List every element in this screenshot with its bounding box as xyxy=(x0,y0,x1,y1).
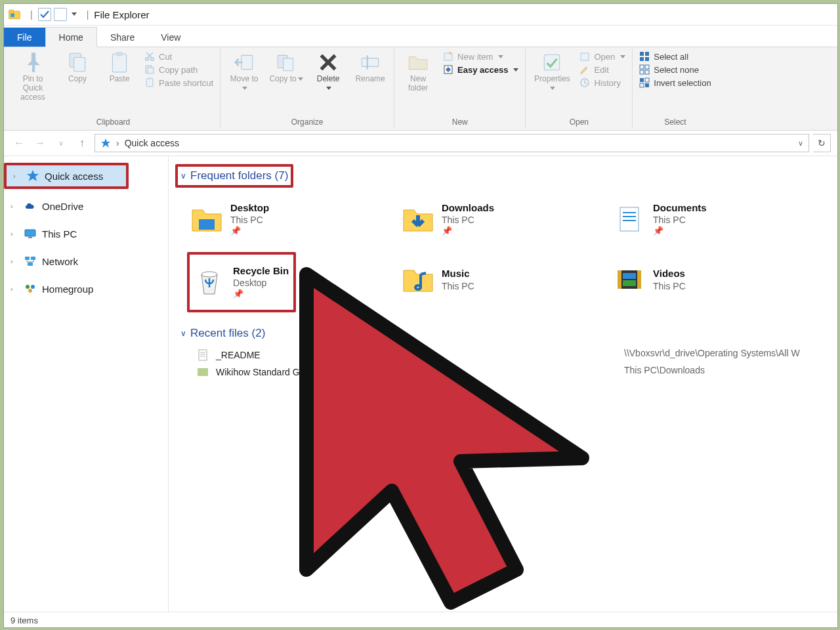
svg-rect-59 xyxy=(199,350,207,360)
delete-button[interactable]: Delete xyxy=(311,51,345,93)
expand-icon[interactable]: › xyxy=(10,257,18,265)
svg-rect-33 xyxy=(645,65,649,69)
svg-rect-57 xyxy=(623,273,636,279)
expand-icon[interactable]: › xyxy=(13,172,21,180)
frequent-folders-header[interactable]: ∨ Frequent folders (7) xyxy=(178,167,291,185)
qat-checkbox[interactable] xyxy=(38,8,51,21)
tile-documents[interactable]: Documents This PC 📌 xyxy=(610,192,818,247)
tile-music[interactable]: Music This PC xyxy=(398,252,607,307)
rename-icon xyxy=(359,51,381,74)
refresh-button[interactable]: ↻ xyxy=(813,134,831,152)
expand-icon[interactable]: › xyxy=(10,230,18,238)
tile-videos[interactable]: Videos This PC xyxy=(610,252,818,307)
cursor-overlay-icon xyxy=(280,261,648,628)
address-dropdown-icon[interactable]: ∨ xyxy=(798,139,803,148)
folder-downloads-icon xyxy=(401,202,435,236)
svg-rect-56 xyxy=(637,270,641,289)
easy-access-icon xyxy=(443,64,453,75)
tile-recycle-bin[interactable]: Recycle Bin Desktop 📌 xyxy=(187,252,296,312)
svg-point-45 xyxy=(26,285,30,289)
select-all-button[interactable]: Select all xyxy=(639,51,711,62)
nav-label: OneDrive xyxy=(42,201,83,212)
copy-button[interactable]: Copy xyxy=(60,51,94,84)
move-to-icon xyxy=(233,51,255,74)
copy-path-button[interactable]: Copy path xyxy=(144,64,213,75)
forward-button[interactable]: → xyxy=(32,135,49,152)
pin-icon: 📌 xyxy=(442,226,494,237)
folder-documents-icon xyxy=(612,202,646,236)
address-bar[interactable]: › Quick access ∨ xyxy=(94,134,809,152)
nav-label: This PC xyxy=(42,228,77,240)
recent-files-header[interactable]: ∨ Recent files (2) xyxy=(178,324,837,343)
nav-onedrive[interactable]: › OneDrive xyxy=(4,196,168,217)
group-name-clipboard: Clipboard xyxy=(13,116,213,129)
svg-rect-23 xyxy=(444,53,452,60)
new-folder-button[interactable]: New folder xyxy=(401,51,435,93)
svg-rect-41 xyxy=(28,237,32,238)
easy-access-label: Easy access xyxy=(457,65,508,75)
up-button[interactable]: ↑ xyxy=(74,135,91,152)
nav-network[interactable]: › Network xyxy=(4,251,168,272)
address-location: Quick access xyxy=(125,138,179,148)
nav-homegroup[interactable]: › Homegroup xyxy=(4,278,168,299)
properties-button[interactable]: Properties xyxy=(532,51,572,93)
tab-home[interactable]: Home xyxy=(45,27,97,47)
svg-point-53 xyxy=(201,272,217,277)
cut-button[interactable]: Cut xyxy=(144,51,213,62)
recent-locations-button[interactable]: ∨ xyxy=(52,135,70,152)
tab-view[interactable]: View xyxy=(148,28,194,47)
expand-icon[interactable]: › xyxy=(10,202,18,210)
pin-icon xyxy=(22,51,44,74)
copy-to-label: Copy to xyxy=(269,75,303,84)
new-folder-icon xyxy=(407,51,429,74)
history-icon xyxy=(579,77,590,88)
easy-access-button[interactable]: Easy access xyxy=(443,64,518,75)
rename-button[interactable]: Rename xyxy=(353,51,387,84)
move-to-button[interactable]: Move to xyxy=(227,51,261,93)
tile-location: This PC xyxy=(653,280,686,292)
svg-rect-31 xyxy=(645,57,649,61)
svg-rect-14 xyxy=(146,79,153,87)
new-item-button[interactable]: New item xyxy=(443,51,518,62)
item-count: 9 items xyxy=(10,616,38,625)
ribbon-group-select: Select all Select none Invert selection … xyxy=(633,49,717,129)
qat-blank[interactable] xyxy=(54,8,67,21)
paste-shortcut-button[interactable]: Paste shortcut xyxy=(144,77,213,88)
tab-share[interactable]: Share xyxy=(97,28,148,47)
open-button[interactable]: Open xyxy=(579,51,625,62)
edit-button[interactable]: Edit xyxy=(579,64,625,75)
explorer-body: › Quick access › OneDrive › This PC › Ne… xyxy=(4,156,837,612)
qat-dropdown[interactable] xyxy=(70,9,81,20)
titlebar: | | File Explorer xyxy=(4,4,837,26)
edit-label: Edit xyxy=(594,65,608,75)
svg-rect-15 xyxy=(148,77,152,79)
nav-this-pc[interactable]: › This PC xyxy=(4,223,168,244)
back-button[interactable]: ← xyxy=(10,135,28,152)
recent-file-wikihow[interactable]: Wikihow Standard Gr xyxy=(178,364,837,381)
invert-selection-button[interactable]: Invert selection xyxy=(639,77,711,88)
recent-files-label: Recent files (2) xyxy=(190,327,265,340)
copy-to-button[interactable]: Copy to xyxy=(269,51,303,84)
move-to-label: Move to xyxy=(227,75,261,93)
tile-location: This PC xyxy=(442,214,494,226)
folder-videos-icon xyxy=(612,262,646,297)
tile-desktop[interactable]: Desktop This PC 📌 xyxy=(187,192,396,247)
nav-quick-access[interactable]: › Quick access xyxy=(7,165,126,186)
paste-button[interactable]: Paste xyxy=(102,51,136,84)
svg-rect-43 xyxy=(31,257,35,260)
paste-shortcut-icon xyxy=(144,77,155,88)
tile-name: Downloads xyxy=(442,201,494,215)
expand-icon[interactable]: › xyxy=(10,285,18,293)
cloud-icon xyxy=(24,200,37,213)
svg-rect-36 xyxy=(640,78,644,82)
quick-access-star-icon xyxy=(100,138,111,148)
svg-rect-30 xyxy=(640,57,644,61)
pin-to-quick-access-button[interactable]: Pin to Quick access xyxy=(13,51,52,102)
tile-downloads[interactable]: Downloads This PC 📌 xyxy=(398,192,607,247)
select-none-button[interactable]: Select none xyxy=(639,64,711,75)
svg-rect-13 xyxy=(148,68,154,74)
history-button[interactable]: History xyxy=(579,77,625,88)
tab-file[interactable]: File xyxy=(4,28,45,47)
tile-location: This PC xyxy=(442,280,474,292)
new-folder-label: New folder xyxy=(401,75,435,93)
